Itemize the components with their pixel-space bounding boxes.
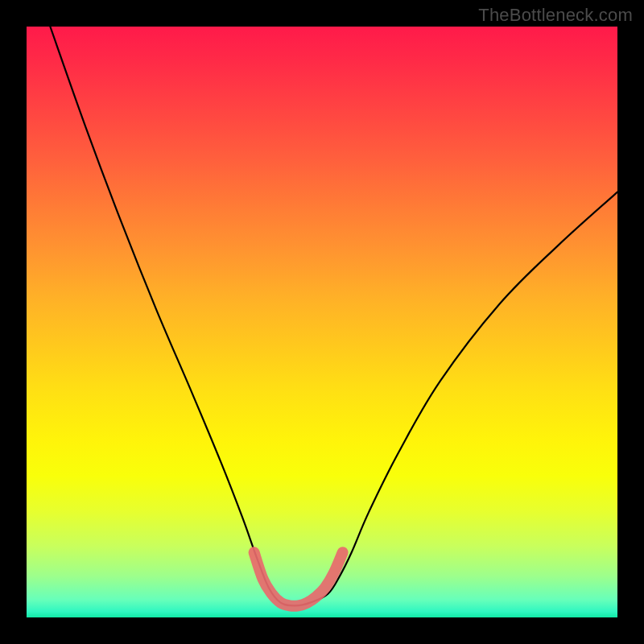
curve-layer <box>27 27 617 617</box>
plot-area <box>27 27 617 617</box>
watermark-text: TheBottleneck.com <box>478 5 633 26</box>
chart-frame: TheBottleneck.com <box>0 0 644 644</box>
highlight-segment <box>254 552 343 606</box>
bottleneck-curve <box>50 27 617 605</box>
